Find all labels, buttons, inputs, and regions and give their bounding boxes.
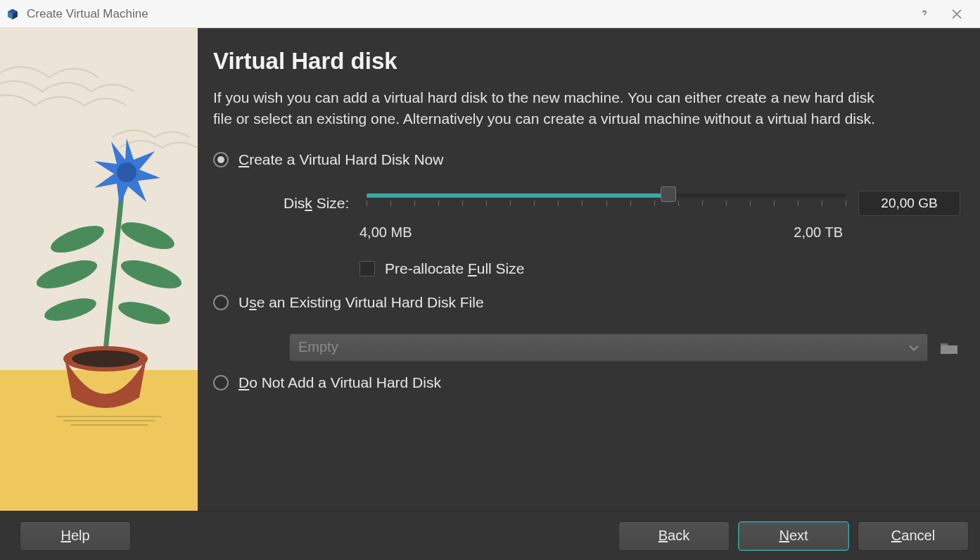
back-button[interactable]: Back xyxy=(618,521,730,551)
radio-create-now[interactable]: Create a Virtual Hard Disk Now xyxy=(213,151,960,168)
existing-file-row: Empty xyxy=(289,333,960,362)
radio-icon xyxy=(213,375,229,390)
svg-point-7 xyxy=(117,163,136,182)
svg-point-9 xyxy=(72,350,139,367)
disk-size-value[interactable]: 20,00 GB xyxy=(858,191,960,216)
svg-point-3 xyxy=(118,217,178,255)
disk-size-min: 4,00 MB xyxy=(359,224,412,241)
preallocate-checkbox[interactable]: Pre-allocate Full Size xyxy=(359,260,960,277)
disk-size-block: Disk Size: 20,00 GB 4,00 MB 2,00 TB xyxy=(284,189,960,277)
radio-label: Do Not Add a Virtual Hard Disk xyxy=(238,374,441,391)
wizard-main: Virtual Hard disk If you wish you can ad… xyxy=(198,28,980,511)
svg-point-2 xyxy=(42,294,98,326)
chevron-down-icon xyxy=(909,339,919,355)
radio-icon xyxy=(213,152,229,167)
svg-point-0 xyxy=(48,220,108,258)
svg-point-1 xyxy=(34,255,101,294)
close-button[interactable] xyxy=(941,0,973,28)
checkbox-label: Pre-allocate Full Size xyxy=(385,260,524,277)
help-button[interactable]: Help xyxy=(20,521,131,551)
radio-use-existing[interactable]: Use an Existing Virtual Hard Disk File xyxy=(213,294,960,311)
wizard-illustration xyxy=(0,28,198,511)
existing-file-combo[interactable]: Empty xyxy=(289,333,928,362)
wizard-window: Create Virtual Machine xyxy=(0,0,980,560)
cancel-button[interactable]: Cancel xyxy=(858,521,969,551)
page-title: Virtual Hard disk xyxy=(213,48,960,75)
page-description: If you wish you can add a virtual hard d… xyxy=(213,87,889,130)
disk-size-max: 2,00 TB xyxy=(794,224,843,241)
help-titlebar-button[interactable] xyxy=(908,0,941,28)
wizard-footer: Help Back Next Cancel xyxy=(0,511,980,560)
radio-do-not-add[interactable]: Do Not Add a Virtual Hard Disk xyxy=(213,374,960,391)
radio-label: Create a Virtual Hard Disk Now xyxy=(238,151,443,168)
app-cube-icon xyxy=(6,7,20,21)
browse-file-icon[interactable] xyxy=(938,336,960,359)
body: Virtual Hard disk If you wish you can ad… xyxy=(0,28,980,511)
svg-point-5 xyxy=(116,298,172,329)
radio-label: Use an Existing Virtual Hard Disk File xyxy=(238,294,484,311)
disk-size-label: Disk Size: xyxy=(284,195,354,212)
window-title: Create Virtual Machine xyxy=(27,7,908,21)
titlebar: Create Virtual Machine xyxy=(0,0,980,28)
svg-point-4 xyxy=(118,255,185,294)
disk-size-slider[interactable] xyxy=(367,189,846,217)
combo-text: Empty xyxy=(298,339,338,355)
radio-icon xyxy=(213,295,229,310)
checkbox-icon xyxy=(359,261,375,276)
next-button[interactable]: Next xyxy=(738,521,849,551)
